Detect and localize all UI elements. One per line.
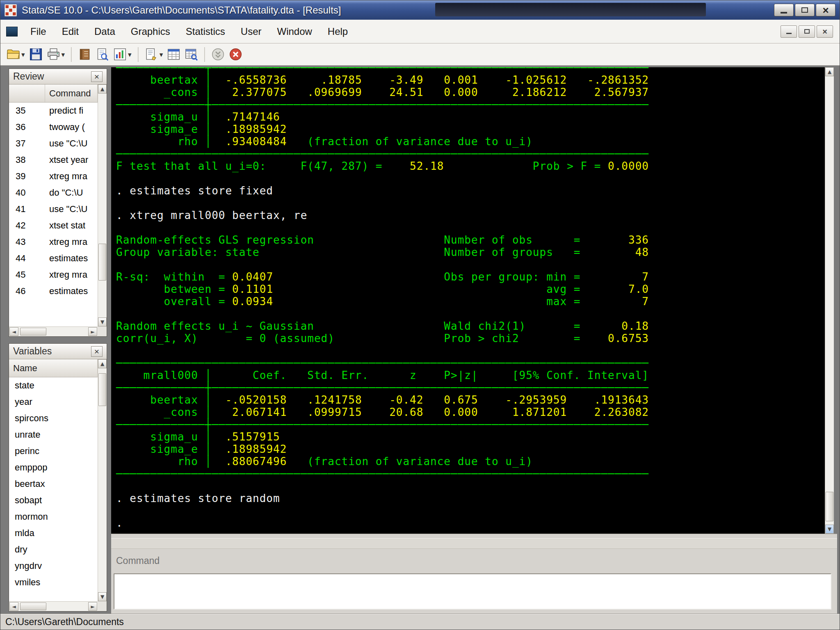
scroll-right-icon[interactable]: ► — [88, 327, 97, 336]
variable-item[interactable]: state — [9, 377, 98, 394]
results-line: beertax │ -.0520158 .1241758 -0.42 0.675… — [116, 394, 825, 406]
menu-item-data[interactable]: Data — [87, 20, 123, 43]
menu-item-edit[interactable]: Edit — [54, 20, 87, 43]
scroll-down-icon[interactable]: ▼ — [98, 592, 107, 601]
results-window-icon[interactable] — [6, 27, 18, 37]
review-row[interactable]: 41use "C:\U — [9, 201, 98, 217]
results-line: _cons │ 2.377075 .0969699 24.51 0.000 2.… — [116, 86, 825, 98]
variables-close-button[interactable]: × — [91, 346, 103, 357]
review-row[interactable]: 43xtreg mra — [9, 234, 98, 250]
review-command-column-header[interactable]: Command — [45, 84, 98, 102]
review-row-number: 46 — [9, 286, 45, 297]
review-row[interactable]: 42xtset stat — [9, 217, 98, 234]
variables-hscroll-thumb[interactable] — [20, 603, 46, 610]
scroll-up-icon[interactable]: ▲ — [98, 359, 107, 368]
graph-button[interactable]: ▾ — [111, 45, 134, 64]
maximize-button[interactable] — [795, 4, 815, 16]
viewer-button[interactable] — [94, 45, 111, 64]
review-row[interactable]: 38xtset year — [9, 152, 98, 168]
results-line: ─────────────┼──────────────────────────… — [116, 381, 825, 394]
chevron-down-icon[interactable]: ▾ — [21, 50, 25, 59]
mdi-minimize-button[interactable] — [781, 25, 797, 38]
menu-item-user[interactable]: User — [233, 20, 269, 43]
variables-name-column-header[interactable]: Name — [9, 359, 98, 377]
break-button[interactable] — [227, 45, 244, 64]
variable-item[interactable]: dry — [9, 541, 98, 558]
review-row[interactable]: 44estimates — [9, 250, 98, 267]
review-row-number: 38 — [9, 155, 45, 165]
variable-item[interactable]: perinc — [9, 443, 98, 459]
print-button[interactable]: ▾ — [45, 45, 67, 64]
menu-item-help[interactable]: Help — [320, 20, 356, 43]
variable-item[interactable]: mlda — [9, 525, 98, 541]
log-button[interactable] — [76, 45, 94, 64]
results-line: beertax │ -.6558736 .18785 -3.49 0.001 -… — [116, 74, 825, 86]
menu-item-file[interactable]: File — [23, 20, 54, 43]
review-row[interactable]: 45xtreg mra — [9, 267, 98, 283]
window-title: Stata/SE 10.0 - C:\Users\Gareth\Document… — [22, 5, 341, 16]
menu-item-window[interactable]: Window — [269, 20, 320, 43]
variables-scroll-thumb[interactable] — [98, 373, 106, 406]
variables-horizontal-scrollbar[interactable]: ◄ ► — [9, 601, 98, 611]
variable-item[interactable]: unrate — [9, 427, 98, 443]
chevron-down-icon[interactable]: ▾ — [62, 50, 65, 59]
variable-item[interactable]: emppop — [9, 459, 98, 476]
chevron-down-icon[interactable]: ▾ — [160, 50, 163, 59]
scroll-up-icon[interactable]: ▲ — [825, 67, 834, 76]
dofile-editor-button[interactable]: ▾ — [143, 45, 165, 64]
variable-item[interactable]: sobapt — [9, 492, 98, 509]
toolbar-separator — [71, 47, 72, 62]
variable-item[interactable]: year — [9, 394, 98, 410]
menu-item-graphics[interactable]: Graphics — [123, 20, 178, 43]
results-line: ─────────────┼──────────────────────────… — [116, 98, 825, 111]
chevron-down-icon[interactable]: ▾ — [128, 50, 132, 59]
review-row[interactable]: 37use "C:\U — [9, 135, 98, 152]
scroll-left-icon[interactable]: ◄ — [9, 327, 18, 336]
review-column-headers: Command — [9, 84, 98, 103]
review-row[interactable]: 40do "C:\U — [9, 185, 98, 201]
review-row-number: 35 — [9, 105, 45, 116]
minimize-button[interactable] — [774, 4, 794, 16]
results-line: ─────────────┼──────────────────────────… — [116, 418, 825, 431]
review-row[interactable]: 46estimates — [9, 283, 98, 299]
data-editor-button[interactable] — [165, 45, 183, 64]
variable-item[interactable]: yngdrv — [9, 558, 98, 574]
save-button[interactable] — [27, 45, 45, 64]
variable-item[interactable]: beertax — [9, 476, 98, 492]
data-browser-button[interactable] — [183, 45, 200, 64]
scroll-up-icon[interactable]: ▲ — [98, 84, 107, 94]
title-bar[interactable]: Stata/SE 10.0 - C:\Users\Gareth\Document… — [0, 0, 840, 20]
variables-panel-titlebar[interactable]: Variables × — [9, 344, 107, 359]
review-hscroll-thumb[interactable] — [20, 328, 46, 336]
mdi-close-button[interactable]: × — [817, 25, 833, 38]
results-scroll-thumb[interactable] — [826, 492, 833, 521]
review-number-column-header[interactable] — [9, 84, 45, 102]
toolbar-separator — [204, 47, 205, 62]
command-input[interactable] — [114, 573, 831, 609]
variable-item[interactable]: mormon — [9, 509, 98, 525]
review-vertical-scrollbar[interactable]: ▲ ▼ — [98, 84, 107, 326]
scroll-down-icon[interactable]: ▼ — [825, 525, 834, 534]
close-button[interactable]: × — [816, 4, 835, 16]
review-row-command: xtreg mra — [45, 237, 87, 247]
clear-more-button[interactable] — [209, 45, 227, 64]
open-button[interactable]: ▾ — [5, 45, 27, 64]
variable-item[interactable]: vmiles — [9, 574, 98, 591]
scroll-left-icon[interactable]: ◄ — [9, 602, 18, 611]
review-row-number: 37 — [9, 138, 45, 149]
review-row[interactable]: 36twoway ( — [9, 119, 98, 135]
review-close-button[interactable]: × — [91, 71, 103, 82]
scroll-right-icon[interactable]: ► — [88, 602, 97, 611]
review-scroll-thumb[interactable] — [98, 244, 106, 281]
variable-item[interactable]: spircons — [9, 410, 98, 427]
review-row[interactable]: 35predict fi — [9, 103, 98, 119]
scroll-down-icon[interactable]: ▼ — [98, 317, 107, 326]
review-row[interactable]: 39xtreg mra — [9, 168, 98, 185]
review-row-number: 45 — [9, 269, 45, 280]
review-panel-titlebar[interactable]: Review × — [9, 69, 107, 84]
variables-vertical-scrollbar[interactable]: ▲ ▼ — [98, 359, 107, 601]
review-horizontal-scrollbar[interactable]: ◄ ► — [9, 326, 98, 336]
menu-item-statistics[interactable]: Statistics — [178, 20, 233, 43]
mdi-restore-button[interactable] — [799, 25, 815, 38]
results-vertical-scrollbar[interactable]: ▲ ▼ — [825, 67, 834, 534]
